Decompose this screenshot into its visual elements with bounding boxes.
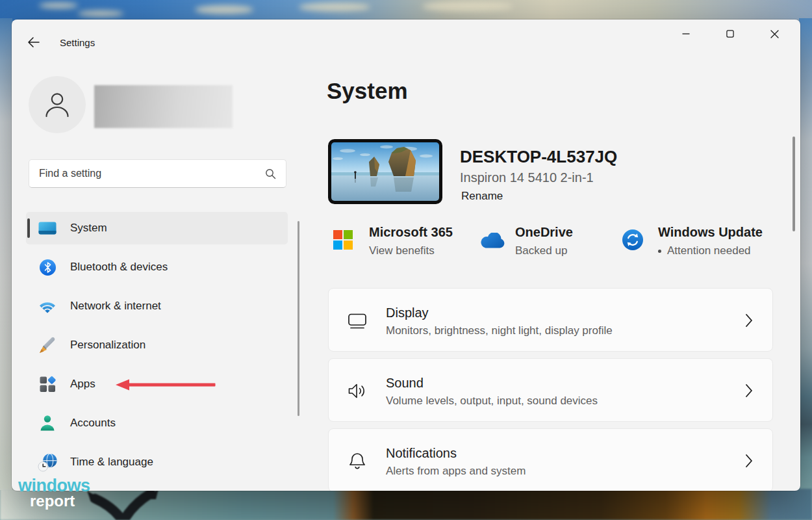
card-subtitle: Monitors, brightness, night light, displ… <box>386 324 613 337</box>
minimize-icon <box>682 30 690 38</box>
windows-update-icon <box>622 229 644 257</box>
card-title: Display <box>386 306 429 320</box>
search-placeholder: Find a setting <box>39 168 265 179</box>
display-card[interactable]: Display Monitors, brightness, night ligh… <box>328 288 773 352</box>
sidebar-item-label: Time & language <box>70 456 153 469</box>
close-button[interactable] <box>752 20 796 48</box>
annotation-arrow <box>116 379 216 391</box>
card-title: Notifications <box>386 446 457 461</box>
back-arrow-icon <box>27 36 40 49</box>
wallpaper-bird-silhouette <box>82 488 165 520</box>
close-icon <box>770 30 779 38</box>
back-button[interactable] <box>27 36 40 49</box>
apps-icon <box>38 374 57 394</box>
sidebar-item-bluetooth-devices[interactable]: Bluetooth & devices <box>26 251 288 283</box>
onedrive-tile[interactable]: OneDrive Backed up <box>479 225 573 257</box>
person-icon <box>42 89 72 120</box>
tile-title: Microsoft 365 <box>369 225 453 239</box>
sidebar-item-label: Personalization <box>70 339 146 352</box>
sidebar-item-system[interactable]: System <box>26 212 288 244</box>
search-icon <box>265 168 276 179</box>
selected-indicator <box>27 218 30 238</box>
accounts-icon <box>38 413 57 433</box>
wallpaper-cloud <box>299 3 370 12</box>
maximize-icon <box>726 30 734 38</box>
wifi-icon <box>38 296 57 316</box>
card-title: Sound <box>386 376 424 391</box>
rename-link[interactable]: Rename <box>461 190 503 203</box>
sidebar-item-label: Apps <box>70 378 95 391</box>
time-language-icon <box>38 452 57 472</box>
window-controls <box>664 20 796 48</box>
sound-card[interactable]: Sound Volume levels, output, input, soun… <box>328 358 773 422</box>
wallpaper-cloud <box>422 1 513 12</box>
device-name: DESKTOP-4L537JQ <box>460 147 617 167</box>
display-icon <box>347 310 368 331</box>
sidebar-item-label: Accounts <box>70 417 116 430</box>
card-subtitle: Alerts from apps and system <box>386 465 526 478</box>
sidebar-item-accounts[interactable]: Accounts <box>26 407 288 439</box>
tile-subtitle: Attention needed <box>658 244 763 257</box>
attention-dot <box>658 250 661 253</box>
maximize-button[interactable] <box>708 20 752 48</box>
chevron-right-icon <box>745 454 753 471</box>
microsoft-365-logo <box>333 230 353 257</box>
notifications-card[interactable]: Notifications Alerts from apps and syste… <box>328 428 773 491</box>
brush-icon <box>38 335 57 355</box>
tile-title: OneDrive <box>515 225 573 239</box>
system-icon <box>38 218 57 238</box>
bluetooth-icon <box>38 257 57 277</box>
microsoft-365-tile[interactable]: Microsoft 365 View benefits <box>333 225 453 257</box>
speaker-icon <box>347 380 368 401</box>
sidebar-item-label: System <box>70 222 107 235</box>
sidebar-item-network-internet[interactable]: Network & internet <box>26 290 288 322</box>
window-title: Settings <box>60 37 95 48</box>
search-input[interactable]: Find a setting <box>29 159 286 188</box>
page-title: System <box>327 78 408 104</box>
avatar[interactable] <box>29 76 86 133</box>
tile-subtitle: View benefits <box>369 244 453 257</box>
sidebar-item-label: Network & internet <box>70 300 161 313</box>
main-scrollbar[interactable] <box>793 136 795 231</box>
device-thumbnail <box>328 139 442 204</box>
minimize-button[interactable] <box>664 20 708 48</box>
chevron-right-icon <box>745 384 753 400</box>
onedrive-cloud-icon <box>479 233 505 257</box>
user-name-redacted <box>94 85 233 128</box>
wallpaper-cloud <box>78 10 123 17</box>
sidebar-nav: System Bluetooth & devices <box>26 212 288 485</box>
wallpaper-cloud <box>195 5 253 14</box>
chevron-right-icon <box>745 313 753 330</box>
settings-window: Settings Find a setting <box>12 20 800 491</box>
wallpaper-cloud <box>39 3 78 8</box>
device-wallpaper-image <box>331 142 439 201</box>
sidebar-item-label: Bluetooth & devices <box>70 261 168 274</box>
bell-icon <box>347 450 368 471</box>
tile-title: Windows Update <box>658 225 763 239</box>
device-model: Inspiron 14 5410 2-in-1 <box>460 170 594 185</box>
sidebar-item-time-language[interactable]: Time & language <box>26 446 288 478</box>
card-subtitle: Volume levels, output, input, sound devi… <box>386 395 598 408</box>
wallpaper-left-edge <box>0 18 12 490</box>
tile-subtitle: Backed up <box>515 244 573 257</box>
sidebar-item-personalization[interactable]: Personalization <box>26 329 288 361</box>
wallpaper-right-edge <box>799 18 812 490</box>
wallpaper-sky <box>0 0 812 21</box>
sidebar-scrollbar[interactable] <box>298 221 299 416</box>
watermark-report: report <box>30 492 75 510</box>
windows-update-tile[interactable]: Windows Update Attention needed <box>622 225 763 257</box>
